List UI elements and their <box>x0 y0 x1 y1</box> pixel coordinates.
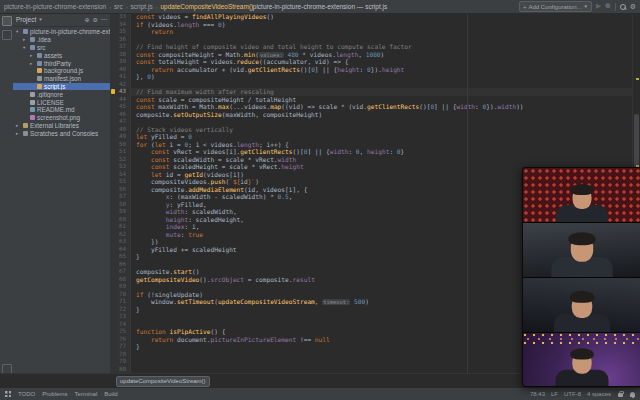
structure-tool-icon[interactable] <box>2 30 12 40</box>
code-line[interactable]: composite.setOutputSize(maxWidth, compos… <box>131 111 633 119</box>
code-line[interactable]: const totalHeight = videos.reduce((accum… <box>131 58 633 66</box>
line-number[interactable]: 43 <box>110 88 130 96</box>
hide-panel-icon[interactable]: — <box>101 16 107 23</box>
line-number[interactable]: 46 <box>110 111 130 119</box>
breadcrumb-item[interactable]: script.js <box>131 3 153 10</box>
line-number[interactable]: 44 <box>110 96 130 104</box>
line-number[interactable]: 73 <box>110 313 130 321</box>
line-number[interactable]: 47 <box>110 118 130 126</box>
line-number[interactable]: 69 <box>110 283 130 291</box>
tree-item-screenshot-png[interactable]: screenshot.png <box>13 114 110 122</box>
line-number[interactable]: 57 <box>110 193 130 201</box>
code-line[interactable]: const scale = compositeHeight / totalHei… <box>131 96 633 104</box>
line-number[interactable]: 50 <box>110 141 130 149</box>
run-button[interactable]: ▶ <box>596 3 601 10</box>
line-number[interactable]: 49 <box>110 133 130 141</box>
code-line[interactable]: // Find height of composite video and to… <box>131 43 633 51</box>
code-line[interactable]: const maxWidth = Math.max(...videos.map(… <box>131 103 633 111</box>
chevron-right-icon[interactable]: ▸ <box>16 131 21 136</box>
chevron-right-icon[interactable]: ▸ <box>30 53 35 58</box>
line-number[interactable]: 80 <box>110 366 130 374</box>
line-number[interactable]: 59 <box>110 208 130 216</box>
line-separator-widget[interactable]: LF <box>551 391 558 397</box>
code-line[interactable]: let yFilled = 0 <box>131 133 633 141</box>
tree-item-readme-md[interactable]: README.md <box>13 106 110 114</box>
notifications-bell-icon[interactable] <box>630 392 635 397</box>
code-line[interactable]: return <box>131 28 633 36</box>
project-tool-icon[interactable] <box>2 16 12 26</box>
warning-stripe-mark[interactable] <box>636 78 639 80</box>
line-number[interactable]: 62 <box>110 231 130 239</box>
tool-window-button-problems[interactable]: Problems <box>42 391 67 397</box>
code-line[interactable]: const videos = findAllPlayingVideos() <box>131 13 633 21</box>
code-line[interactable]: return accumulator + (vid.getClientRects… <box>131 66 633 74</box>
line-number[interactable]: 71 <box>110 298 130 306</box>
lock-icon[interactable] <box>618 393 623 397</box>
gear-icon[interactable]: ⚙ <box>630 3 636 10</box>
project-panel-header[interactable]: Project ▼ ⊕ ⚙ — <box>13 13 110 27</box>
line-number[interactable]: 65 <box>110 253 130 261</box>
line-number[interactable]: 34 <box>110 21 130 29</box>
line-number[interactable]: 52 <box>110 156 130 164</box>
tree-item-manifest-json[interactable]: manifest.json <box>13 75 110 83</box>
tree-item-script-js[interactable]: script.js <box>13 83 110 91</box>
tree-item-src[interactable]: ▾src <box>13 44 110 52</box>
tree-item-license[interactable]: LICENSE <box>13 98 110 106</box>
code-line[interactable]: if (videos.length === 0) <box>131 21 633 29</box>
tree-item--idea[interactable]: ▸.idea <box>13 36 110 44</box>
tree-item-thirdparty[interactable]: ▸thirdParty <box>13 59 110 67</box>
indent-widget[interactable]: 4 spaces <box>587 391 611 397</box>
tree-item-external-libraries[interactable]: ▸External Libraries <box>13 122 110 130</box>
code-line[interactable] <box>131 81 633 89</box>
line-number[interactable]: 45 <box>110 103 130 111</box>
tree-item--gitignore[interactable]: .gitignore <box>13 90 110 98</box>
locate-file-icon[interactable]: ⊕ <box>85 16 90 23</box>
code-line[interactable]: }, 0) <box>131 73 633 81</box>
chevron-right-icon[interactable]: ▸ <box>16 123 21 128</box>
line-number[interactable]: 79 <box>110 358 130 366</box>
code-line[interactable]: const vRect = videos[i].getClientRects()… <box>131 148 633 156</box>
line-number[interactable]: 58 <box>110 201 130 209</box>
settings-icon[interactable]: ⚙ <box>93 16 98 23</box>
line-number[interactable]: 66 <box>110 261 130 269</box>
code-line[interactable]: for (let i = 0; i < videos.length; i++) … <box>131 141 633 149</box>
line-number[interactable]: 33 <box>110 13 130 21</box>
chevron-right-icon[interactable]: ▸ <box>23 37 28 42</box>
code-line[interactable] <box>131 118 633 126</box>
tree-item-background-js[interactable]: background.js <box>13 67 110 75</box>
line-number[interactable]: 74 <box>110 321 130 329</box>
line-number[interactable]: 42 <box>110 81 130 89</box>
chevron-down-icon[interactable]: ▾ <box>23 45 28 50</box>
pip-window[interactable] <box>522 167 640 387</box>
line-number[interactable]: 54 <box>110 171 130 179</box>
tree-item-scratches-and-consoles[interactable]: ▸Scratches and Consoles <box>13 129 110 137</box>
line-number[interactable]: 60 <box>110 216 130 224</box>
pip-video-frame-3[interactable] <box>523 278 640 333</box>
chevron-right-icon[interactable]: ▸ <box>30 61 35 66</box>
line-number[interactable]: 48 <box>110 126 130 134</box>
line-number[interactable]: 63 <box>110 238 130 246</box>
line-number[interactable]: 53 <box>110 163 130 171</box>
line-number[interactable]: 36 <box>110 36 130 44</box>
pip-video-frame-4[interactable] <box>523 333 640 387</box>
tree-item-picture-in-picture-chrome-extension[interactable]: ▾picture-in-picture-chrome-extension <box>13 28 110 36</box>
line-number[interactable]: 35 <box>110 28 130 36</box>
code-line[interactable]: const scaledWidth = scale * vRect.width <box>131 156 633 164</box>
tool-windows-icon[interactable] <box>5 391 11 397</box>
pip-video-frame-2[interactable] <box>523 223 640 278</box>
code-line[interactable]: const compositeHeight = Math.min(values:… <box>131 51 633 59</box>
code-line[interactable] <box>131 36 633 44</box>
line-number[interactable]: 51 <box>110 148 130 156</box>
line-number[interactable]: 37 <box>110 43 130 51</box>
current-function-breadcrumb[interactable]: updateCompositeVideoStream() <box>116 376 210 387</box>
tree-item-assets[interactable]: ▸assets <box>13 51 110 59</box>
line-number[interactable]: 78 <box>110 351 130 359</box>
line-number[interactable]: 64 <box>110 246 130 254</box>
line-number[interactable]: 68 <box>110 276 130 284</box>
line-number[interactable]: 56 <box>110 186 130 194</box>
breadcrumb-item[interactable]: picture-in-picture-chrome-extension <box>4 3 106 10</box>
breadcrumb-item[interactable]: src <box>114 3 123 10</box>
tool-window-button-build[interactable]: Build <box>104 391 117 397</box>
code-line[interactable]: // Find maximum width after rescaling <box>131 88 633 96</box>
caret-position-widget[interactable]: 78:43 <box>530 391 545 397</box>
